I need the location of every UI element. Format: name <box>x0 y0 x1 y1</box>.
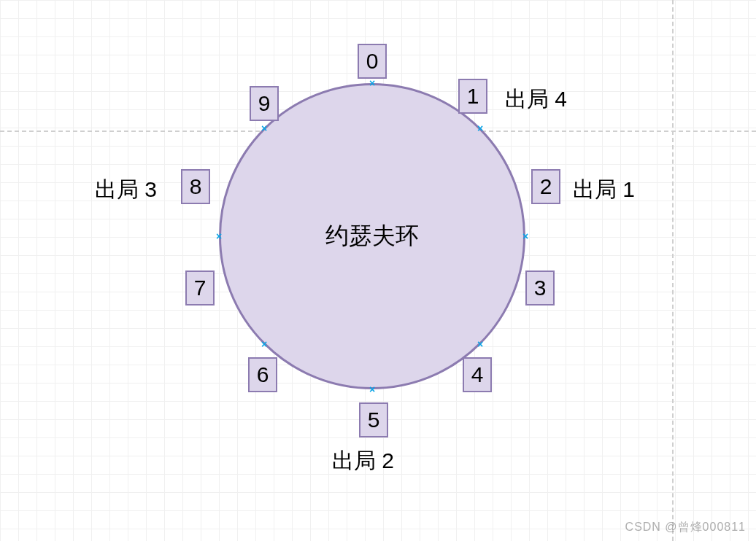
handle-nw: × <box>261 125 268 132</box>
node-8: 8 <box>181 169 210 204</box>
handle-ne: × <box>477 125 484 132</box>
node-label: 6 <box>257 362 269 387</box>
node-2: 2 <box>531 169 560 204</box>
node-9: 9 <box>250 86 279 121</box>
annotation-node2: 出局 1 <box>573 175 635 205</box>
node-label: 1 <box>467 84 479 109</box>
annotation-node5: 出局 2 <box>332 446 394 476</box>
node-6: 6 <box>248 357 277 392</box>
node-label: 8 <box>190 174 202 199</box>
node-label: 7 <box>194 276 207 300</box>
node-7: 7 <box>185 270 215 305</box>
handle-e: × <box>522 233 529 240</box>
handle-s: × <box>369 386 376 393</box>
node-label: 9 <box>258 91 271 116</box>
node-5: 5 <box>359 402 388 437</box>
node-label: 4 <box>471 362 484 387</box>
node-label: 5 <box>368 408 380 432</box>
node-0: 0 <box>358 44 387 79</box>
diagram-canvas: 约瑟夫环 × × × × × × × × 0 1 2 3 4 5 6 7 8 9… <box>0 0 756 541</box>
handle-sw: × <box>261 340 268 348</box>
handle-se: × <box>477 340 484 348</box>
watermark: CSDN @曾烽000811 <box>625 520 746 535</box>
node-label: 0 <box>366 49 379 74</box>
node-3: 3 <box>525 270 555 305</box>
node-1: 1 <box>458 79 487 114</box>
node-label: 3 <box>534 276 547 300</box>
handle-n: × <box>369 79 376 87</box>
node-4: 4 <box>463 357 492 392</box>
circle-label: 约瑟夫环 <box>325 220 419 252</box>
annotation-node1: 出局 4 <box>505 85 567 114</box>
node-label: 2 <box>540 174 552 199</box>
annotation-node8: 出局 3 <box>95 175 157 205</box>
handle-w: × <box>215 233 223 240</box>
